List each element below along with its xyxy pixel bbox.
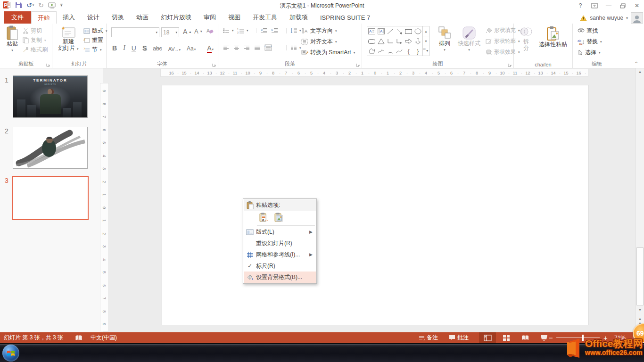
increase-font-button[interactable]: A▴ <box>183 28 191 35</box>
restore-button[interactable] <box>616 0 630 11</box>
paste-special-button[interactable]: 选择性粘贴 <box>537 26 570 48</box>
font-color-dropdown-icon[interactable]: ▾ <box>212 48 214 51</box>
cut-button[interactable]: 剪切 <box>23 27 42 35</box>
smartart-dropdown-icon[interactable]: ▾ <box>354 51 355 55</box>
shape-elbow-connector-icon[interactable] <box>386 36 395 46</box>
minimize-button[interactable]: — <box>602 0 616 11</box>
shape-right-arrow-icon[interactable] <box>404 36 413 46</box>
change-case-dropdown-icon[interactable]: ▾ <box>194 48 196 51</box>
font-dialog-launcher-icon[interactable] <box>212 63 216 67</box>
shape-textbox-icon[interactable]: A <box>367 26 377 36</box>
copy-button[interactable]: 复制 ▾ <box>23 36 46 44</box>
section-dropdown-icon[interactable]: ▾ <box>100 48 102 52</box>
align-center-button[interactable] <box>233 45 239 50</box>
vertical-scrollbar[interactable]: ▲ ▼ ▲▲ ▼▼ <box>636 68 644 332</box>
paste-picture-button[interactable] <box>273 212 284 223</box>
convert-smartart-button[interactable]: 转换为 SmartArt▾ <box>301 49 355 57</box>
shape-arc-icon[interactable] <box>386 46 395 56</box>
slide-thumbnail-1[interactable]: TERMINATOR GENISYS <box>13 75 88 118</box>
text-shadow-button[interactable]: S <box>142 44 147 52</box>
shape-scroll-down-icon[interactable]: ▼ <box>423 36 429 46</box>
decrease-font-button[interactable]: A▾ <box>194 28 202 35</box>
zoom-in-button[interactable]: + <box>603 332 608 343</box>
tab-developer[interactable]: 开发工具 <box>247 11 283 24</box>
tab-home[interactable]: 开始 <box>31 11 57 24</box>
slide-canvas[interactable] <box>162 85 588 325</box>
shape-rectangle-icon[interactable] <box>404 26 413 36</box>
replace-dropdown-icon[interactable]: ▾ <box>600 40 602 44</box>
shape-arrow-icon[interactable] <box>395 26 405 36</box>
paste-button[interactable]: 粘贴 ▾ <box>3 25 22 54</box>
align-text-dropdown-icon[interactable]: ▾ <box>335 40 337 44</box>
quick-styles-dropdown-icon[interactable]: ▾ <box>468 47 470 53</box>
start-button[interactable] <box>2 345 19 362</box>
italic-button[interactable]: I <box>123 44 125 52</box>
menu-item-layout[interactable]: 版式(L) ▶ <box>244 226 316 238</box>
slide-thumbnail-3-selected[interactable] <box>12 176 89 220</box>
arrange-button[interactable]: 排列 ▾ <box>434 26 455 53</box>
replace-button[interactable]: abac 替换▾ <box>578 38 602 46</box>
font-size-combo[interactable]: 18▾ <box>161 27 179 37</box>
help-button[interactable]: ? <box>573 0 587 11</box>
shape-left-brace-icon[interactable]: { <box>404 46 413 56</box>
columns-dropdown-icon[interactable]: ▾ <box>299 46 301 50</box>
tab-addins[interactable]: 加载项 <box>283 11 314 24</box>
clear-formatting-button[interactable]: A <box>206 28 214 34</box>
collapse-ribbon-icon[interactable]: ⌃ <box>635 61 638 66</box>
bullets-dropdown-icon[interactable]: ▾ <box>232 29 234 33</box>
change-case-button[interactable]: Aa▾ <box>187 45 196 52</box>
line-spacing-dropdown-icon[interactable]: ▾ <box>299 29 301 33</box>
align-left-button[interactable] <box>223 45 229 50</box>
reading-view-button[interactable] <box>517 332 534 343</box>
notes-button[interactable]: 备注 <box>419 332 438 343</box>
account-area[interactable]: sanhe wuyue ▾ <box>580 12 643 24</box>
drawing-dialog-launcher-icon[interactable] <box>508 63 512 67</box>
shape-gallery-more-icon[interactable]: ▔▼ <box>423 46 429 56</box>
new-slide-dropdown-icon[interactable]: ▾ <box>77 47 79 50</box>
menu-item-format-background[interactable]: 设置背景格式(B)... <box>244 272 316 283</box>
tab-review[interactable]: 审阅 <box>198 11 222 24</box>
tab-ispring[interactable]: ISPRING SUITE 7 <box>314 11 376 24</box>
shape-curve-icon[interactable] <box>395 46 405 56</box>
find-button[interactable]: 查找 <box>578 27 598 35</box>
reset-button[interactable]: 重置 <box>83 36 103 44</box>
zoom-out-button[interactable]: − <box>549 332 553 343</box>
underline-button[interactable]: U <box>132 44 136 52</box>
quick-styles-button[interactable]: 快速样式 ▾ <box>456 26 482 53</box>
font-size-dropdown-icon[interactable]: ▾ <box>175 31 177 34</box>
clipboard-dialog-launcher-icon[interactable] <box>46 63 50 67</box>
tab-slideshow[interactable]: 幻灯片放映 <box>155 11 198 24</box>
bullets-button[interactable]: ▾ <box>223 28 234 33</box>
zoom-slider-thumb[interactable] <box>582 335 584 341</box>
shape-elbow-arrow-connector-icon[interactable] <box>395 36 405 46</box>
shape-scroll-up-icon[interactable]: ▲ <box>423 26 429 36</box>
font-name-dropdown-icon[interactable]: ▾ <box>156 31 157 34</box>
slide-sorter-view-button[interactable] <box>498 332 515 343</box>
shape-freeform-icon[interactable] <box>367 46 377 56</box>
layout-button[interactable]: 版式▾ <box>83 27 107 35</box>
paragraph-dialog-launcher-icon[interactable] <box>356 63 360 67</box>
comments-button[interactable]: 批注 <box>449 332 469 343</box>
menu-item-reset-slide[interactable]: 重设幻灯片(R) <box>244 238 316 249</box>
menu-item-grid-and-guides[interactable]: 网格和参考线(I)... ▶ <box>244 249 316 260</box>
normal-view-button[interactable] <box>479 332 496 343</box>
character-spacing-dropdown-icon[interactable]: ▾ <box>179 48 181 51</box>
line-spacing-button[interactable]: ▾ <box>286 28 301 33</box>
align-text-button[interactable]: 对齐文本▾ <box>301 38 337 46</box>
format-painter-button[interactable]: 格式刷 <box>23 46 48 54</box>
text-direction-dropdown-icon[interactable]: ▾ <box>335 29 337 33</box>
menu-item-ruler[interactable]: ✓ 标尺(R) <box>244 260 316 272</box>
slide-thumbnail-2[interactable] <box>13 127 88 169</box>
tab-transitions[interactable]: 切换 <box>106 11 130 24</box>
section-button[interactable]: 节▾ <box>83 46 102 54</box>
decrease-indent-button[interactable] <box>256 28 267 33</box>
distribute-text-button[interactable] <box>264 44 272 51</box>
shape-triangle-icon[interactable] <box>377 36 386 46</box>
shape-vertical-textbox-icon[interactable]: A <box>377 26 386 36</box>
font-color-button[interactable]: A▾ <box>202 44 214 52</box>
justify-button[interactable] <box>254 45 260 50</box>
tab-file[interactable]: 文件 <box>4 11 31 24</box>
paste-keep-text-only-button[interactable]: a <box>258 212 269 223</box>
arrange-dropdown-icon[interactable]: ▾ <box>444 47 446 53</box>
zoom-slider-track[interactable] <box>556 337 600 338</box>
